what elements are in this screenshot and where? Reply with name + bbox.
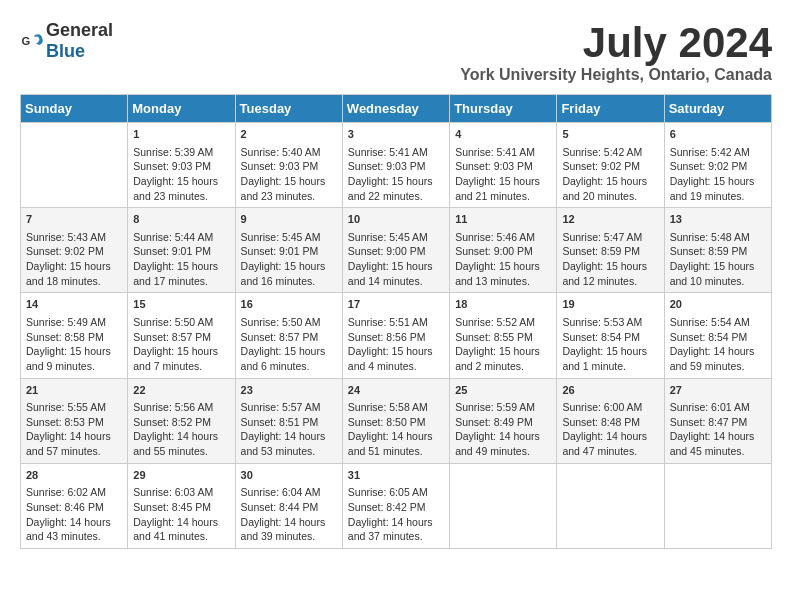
cell-content: Daylight: 15 hours [241,174,337,189]
calendar-cell: 26Sunrise: 6:00 AMSunset: 8:48 PMDayligh… [557,378,664,463]
day-number: 7 [26,212,122,227]
cell-content: and 22 minutes. [348,189,444,204]
cell-content: Sunrise: 5:57 AM [241,400,337,415]
cell-content: Daylight: 14 hours [348,515,444,530]
cell-content: and 59 minutes. [670,359,766,374]
calendar-cell: 13Sunrise: 5:48 AMSunset: 8:59 PMDayligh… [664,208,771,293]
cell-content: Daylight: 15 hours [26,259,122,274]
day-header-saturday: Saturday [664,95,771,123]
month-title: July 2024 [460,20,772,66]
cell-content: and 2 minutes. [455,359,551,374]
cell-content: Daylight: 15 hours [348,344,444,359]
calendar-table: SundayMondayTuesdayWednesdayThursdayFrid… [20,94,772,549]
cell-content: Daylight: 14 hours [562,429,658,444]
cell-content: Sunset: 9:03 PM [348,159,444,174]
cell-content: and 47 minutes. [562,444,658,459]
cell-content: and 23 minutes. [133,189,229,204]
cell-content: Sunset: 8:54 PM [670,330,766,345]
cell-content: Sunset: 8:49 PM [455,415,551,430]
day-number: 10 [348,212,444,227]
day-number: 3 [348,127,444,142]
calendar-cell: 16Sunrise: 5:50 AMSunset: 8:57 PMDayligh… [235,293,342,378]
cell-content: Sunrise: 5:59 AM [455,400,551,415]
day-header-friday: Friday [557,95,664,123]
cell-content: Daylight: 15 hours [241,344,337,359]
day-number: 30 [241,468,337,483]
cell-content: Sunrise: 6:01 AM [670,400,766,415]
cell-content: Daylight: 15 hours [670,174,766,189]
cell-content: Daylight: 15 hours [455,344,551,359]
calendar-cell: 22Sunrise: 5:56 AMSunset: 8:52 PMDayligh… [128,378,235,463]
cell-content: Sunset: 8:48 PM [562,415,658,430]
calendar-week-4: 21Sunrise: 5:55 AMSunset: 8:53 PMDayligh… [21,378,772,463]
cell-content: Sunset: 9:02 PM [670,159,766,174]
cell-content: Daylight: 15 hours [133,344,229,359]
day-number: 25 [455,383,551,398]
cell-content: Sunset: 8:59 PM [670,244,766,259]
cell-content: Sunrise: 5:39 AM [133,145,229,160]
cell-content: Sunrise: 5:54 AM [670,315,766,330]
cell-content: Sunset: 8:57 PM [241,330,337,345]
cell-content: and 13 minutes. [455,274,551,289]
cell-content: Sunset: 8:54 PM [562,330,658,345]
cell-content: and 14 minutes. [348,274,444,289]
day-number: 16 [241,297,337,312]
cell-content: Sunrise: 5:45 AM [241,230,337,245]
cell-content: Sunset: 8:53 PM [26,415,122,430]
day-number: 23 [241,383,337,398]
cell-content: Daylight: 15 hours [562,259,658,274]
calendar-cell: 12Sunrise: 5:47 AMSunset: 8:59 PMDayligh… [557,208,664,293]
calendar-cell [450,463,557,548]
cell-content: Sunrise: 5:50 AM [133,315,229,330]
cell-content: and 49 minutes. [455,444,551,459]
cell-content: and 45 minutes. [670,444,766,459]
day-header-monday: Monday [128,95,235,123]
cell-content: Sunset: 8:55 PM [455,330,551,345]
cell-content: Sunrise: 5:43 AM [26,230,122,245]
cell-content: and 41 minutes. [133,529,229,544]
calendar-cell: 1Sunrise: 5:39 AMSunset: 9:03 PMDaylight… [128,123,235,208]
cell-content: Sunrise: 5:47 AM [562,230,658,245]
calendar-cell: 27Sunrise: 6:01 AMSunset: 8:47 PMDayligh… [664,378,771,463]
calendar-cell: 23Sunrise: 5:57 AMSunset: 8:51 PMDayligh… [235,378,342,463]
day-number: 26 [562,383,658,398]
calendar-cell: 17Sunrise: 5:51 AMSunset: 8:56 PMDayligh… [342,293,449,378]
cell-content: Daylight: 14 hours [241,515,337,530]
cell-content: Sunrise: 6:00 AM [562,400,658,415]
cell-content: Sunrise: 5:51 AM [348,315,444,330]
cell-content: Sunrise: 5:50 AM [241,315,337,330]
cell-content: and 12 minutes. [562,274,658,289]
cell-content: Sunset: 8:57 PM [133,330,229,345]
calendar-cell: 19Sunrise: 5:53 AMSunset: 8:54 PMDayligh… [557,293,664,378]
day-number: 21 [26,383,122,398]
cell-content: Daylight: 14 hours [670,344,766,359]
cell-content: Sunset: 9:02 PM [562,159,658,174]
calendar-cell [21,123,128,208]
cell-content: Sunrise: 5:53 AM [562,315,658,330]
day-number: 28 [26,468,122,483]
cell-content: Sunset: 9:02 PM [26,244,122,259]
cell-content: Sunset: 8:58 PM [26,330,122,345]
day-header-thursday: Thursday [450,95,557,123]
cell-content: Sunrise: 5:45 AM [348,230,444,245]
cell-content: Daylight: 15 hours [241,259,337,274]
calendar-cell: 28Sunrise: 6:02 AMSunset: 8:46 PMDayligh… [21,463,128,548]
cell-content: Sunrise: 6:03 AM [133,485,229,500]
calendar-week-3: 14Sunrise: 5:49 AMSunset: 8:58 PMDayligh… [21,293,772,378]
cell-content: and 4 minutes. [348,359,444,374]
day-number: 12 [562,212,658,227]
cell-content: Sunrise: 5:58 AM [348,400,444,415]
cell-content: Sunset: 9:01 PM [133,244,229,259]
cell-content: Sunrise: 5:42 AM [670,145,766,160]
day-number: 31 [348,468,444,483]
calendar-cell: 10Sunrise: 5:45 AMSunset: 9:00 PMDayligh… [342,208,449,293]
calendar-cell: 31Sunrise: 6:05 AMSunset: 8:42 PMDayligh… [342,463,449,548]
calendar-week-1: 1Sunrise: 5:39 AMSunset: 9:03 PMDaylight… [21,123,772,208]
cell-content: and 53 minutes. [241,444,337,459]
day-number: 24 [348,383,444,398]
cell-content: Daylight: 15 hours [670,259,766,274]
cell-content: and 7 minutes. [133,359,229,374]
calendar-cell: 21Sunrise: 5:55 AMSunset: 8:53 PMDayligh… [21,378,128,463]
calendar-week-5: 28Sunrise: 6:02 AMSunset: 8:46 PMDayligh… [21,463,772,548]
cell-content: and 39 minutes. [241,529,337,544]
